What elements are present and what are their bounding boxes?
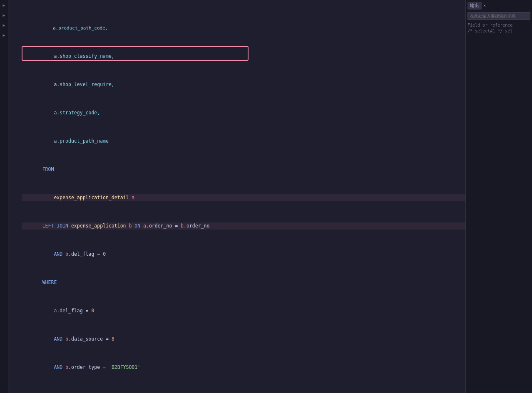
output-text: Field or reference /* select#1 */ sel xyxy=(467,22,530,34)
code-line: a.strategy_code, xyxy=(22,109,530,116)
editor-left-sidebar: ▶ ▶ ▶ ▶ xyxy=(0,0,8,393)
output-tab[interactable]: 输出 xyxy=(467,2,482,10)
output-search-input[interactable] xyxy=(467,12,530,20)
code-line: WHERE xyxy=(22,279,530,286)
code-line: FROM xyxy=(22,166,530,173)
editor-area: ▶ ▶ ▶ ▶ a.product_path_code, a.shop_clas… xyxy=(0,0,532,393)
code-line: a.shop_classify_name, xyxy=(22,53,530,60)
code-editor[interactable]: a.product_path_code, a.shop_classify_nam… xyxy=(8,0,532,393)
code-line: a.product_path_code, xyxy=(22,25,530,32)
fold-icon-2[interactable]: ▶ xyxy=(1,12,7,18)
code-content[interactable]: a.product_path_code, a.shop_classify_nam… xyxy=(20,2,532,393)
fold-icon[interactable]: ▶ xyxy=(1,2,7,8)
code-line: AND b.del_flag = 0 xyxy=(22,251,530,258)
code-line: a.del_flag = 0 xyxy=(22,307,530,314)
code-line: a.shop_level_require, xyxy=(22,81,530,88)
right-panel-header: 输出 × xyxy=(467,2,530,10)
code-line: AND b.data_source = 8 xyxy=(22,336,530,343)
right-panel: 输出 × Field or reference /* select#1 */ s… xyxy=(465,0,532,393)
fold-icon-3[interactable]: ▶ xyxy=(1,22,7,28)
fold-icon-4[interactable]: ▶ xyxy=(1,32,7,38)
output-close-btn[interactable]: × xyxy=(483,3,486,8)
code-line-highlighted-2: LEFT JOIN expense_application b ON a.ord… xyxy=(22,222,530,230)
code-line: a.product_path_name xyxy=(22,138,530,145)
code-line: AND b.order_type = 'B2BFYSQ01' xyxy=(22,364,530,371)
code-line-highlighted: expense_application_detail a xyxy=(22,194,530,201)
